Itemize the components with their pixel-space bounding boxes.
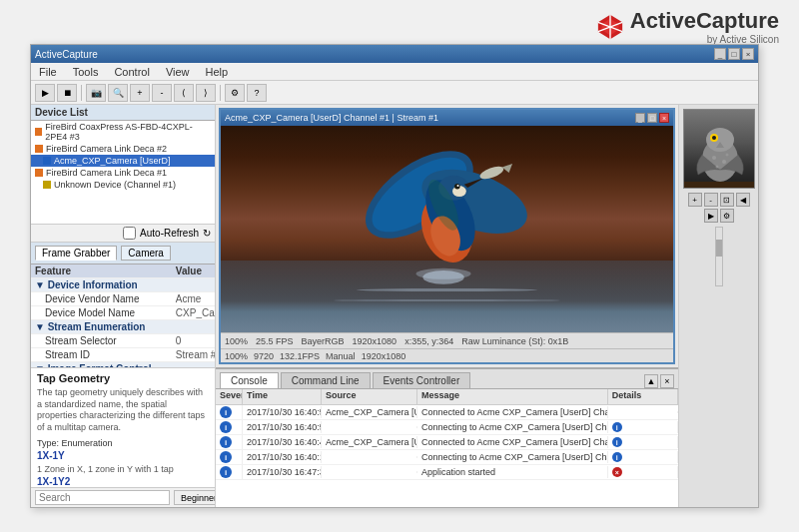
thumb-btn-settings[interactable]: ⚙ (720, 209, 734, 223)
console-src-1 (322, 426, 417, 428)
menu-tools[interactable]: Tools (69, 65, 103, 79)
toolbar-btn-9[interactable]: ⚙ (225, 84, 245, 102)
severity-icon-4: i (220, 466, 232, 478)
menu-help[interactable]: Help (202, 65, 233, 79)
app-name: ActiveCapture (630, 8, 779, 33)
bird-svg (221, 126, 673, 332)
framegrabber-tab[interactable]: Frame Grabber (35, 246, 117, 261)
tap-desc-1X1Y: 1 Zone in X, 1 zone in Y with 1 tap (37, 464, 209, 474)
toolbar-btn-3[interactable]: 📷 (86, 84, 106, 102)
thumbnail-scrollbar[interactable] (715, 227, 723, 286)
toolbar-btn-4[interactable]: 🔍 (108, 84, 128, 102)
console-sev-4: i (216, 465, 243, 479)
console-src-3 (322, 456, 417, 458)
status-res: 1920x1080 (353, 336, 398, 346)
console-tab-cmdline[interactable]: Command Line (281, 372, 371, 388)
det-icon-3: i (612, 452, 622, 462)
device-list-header: Device List (31, 105, 215, 121)
titlebar-buttons: _ □ × (714, 48, 754, 60)
console-col-severity: Severity (216, 389, 243, 404)
menu-control[interactable]: Control (110, 65, 153, 79)
toolbar-btn-6[interactable]: - (152, 84, 172, 102)
mode-dropdown[interactable]: Beginner Expert (174, 490, 216, 505)
console-tabs: Console Command Line Events Controller ▲… (216, 369, 678, 389)
console-tab-console[interactable]: Console (220, 372, 279, 388)
menu-view[interactable]: View (162, 65, 194, 79)
feature-col-header: Feature (31, 265, 172, 278)
console-src-4 (322, 471, 417, 473)
svg-point-24 (706, 128, 734, 152)
group-stream-enum[interactable]: ▼ Stream Enumeration (31, 320, 215, 334)
image-window-titlebar: Acme_CXP_Camera [UserD] Channel #1 | Str… (221, 110, 673, 126)
tap-type-label: Type: Enumeration (37, 438, 209, 448)
refresh-icon[interactable]: ↻ (203, 228, 211, 239)
center-panel: Acme_CXP_Camera [UserD] Channel #1 | Str… (216, 105, 678, 507)
thumb-btn-fit[interactable]: ⊡ (720, 193, 734, 207)
device-icon-orange-1 (35, 145, 43, 153)
toolbar-btn-5[interactable]: + (130, 84, 150, 102)
toolbar-btn-8[interactable]: ⟩ (196, 84, 216, 102)
image-maximize-btn[interactable]: □ (647, 113, 657, 123)
value-col-header: Value (172, 265, 215, 278)
minimize-button[interactable]: _ (714, 48, 726, 60)
svg-point-31 (725, 154, 728, 157)
console-msg-3: Connecting to Acme CXP_Camera [UserD] Ch… (417, 451, 608, 463)
svg-point-29 (722, 160, 726, 164)
toolbar-btn-10[interactable]: ? (247, 84, 267, 102)
menu-bar: File Tools Control View Help (31, 63, 758, 81)
device-item-4[interactable]: Unknown Device (Channel #1) (31, 179, 215, 191)
device-item-2[interactable]: Acme_CXP_Camera [UserD] (31, 155, 215, 167)
image-close-btn[interactable]: × (659, 113, 669, 123)
console-expand-btn[interactable]: ▲ (644, 374, 658, 388)
console-tab-events[interactable]: Events Controller (373, 372, 471, 388)
tap-geometry-panel: Tap Geometry The tap geometry uniquely d… (31, 367, 215, 487)
console-src-2: Acme_CXP_Camera [UserD] Channel #1 (322, 436, 417, 448)
properties-table: Feature Value ▼ Device Information Devic… (31, 265, 215, 367)
device-label-3: FireBird Camera Link Deca #1 (46, 168, 167, 178)
det-icon-1: i (612, 422, 622, 432)
console-det-0 (608, 411, 678, 413)
device-item-3[interactable]: FireBird Camera Link Deca #1 (31, 167, 215, 179)
tap-geometry-title: Tap Geometry (37, 372, 209, 384)
device-item-1[interactable]: FireBird Camera Link Deca #2 (31, 143, 215, 155)
image-statusbar-2: 100% 9720 132.1FPS Manual 1920x1080 (221, 348, 673, 362)
device-item-0[interactable]: FireBird CoaxPress AS-FBD-4CXPL-2PE4 #3 (31, 121, 215, 143)
svg-point-30 (715, 166, 718, 169)
thumb-btn-zoom-out[interactable]: - (704, 193, 718, 207)
device-label-4: Unknown Device (Channel #1) (54, 180, 176, 190)
status-val2: 9720 (254, 351, 274, 361)
console-src-0: Acme_CXP_Camera [UserD] Channel (322, 406, 417, 418)
svg-point-28 (712, 156, 716, 160)
prop-stream-sel: Stream Selector 0 (31, 334, 215, 348)
toolbar-btn-2[interactable]: ⏹ (57, 84, 77, 102)
toolbar-btn-7[interactable]: ⟨ (174, 84, 194, 102)
console-col-source: Source (322, 389, 417, 404)
thumb-btn-prev[interactable]: ◀ (736, 193, 750, 207)
auto-refresh-checkbox[interactable] (123, 227, 136, 240)
status-format: BayerRGB (302, 336, 345, 346)
console-action-btns: ▲ × (644, 374, 674, 388)
thumb-btn-zoom-in[interactable]: + (688, 193, 702, 207)
console-close-btn[interactable]: × (660, 374, 674, 388)
image-minimize-btn[interactable]: _ (635, 113, 645, 123)
image-viewer-window: Acme_CXP_Camera [UserD] Channel #1 | Str… (219, 108, 675, 364)
thumb-btn-next[interactable]: ▶ (704, 209, 718, 223)
svg-point-26 (712, 136, 716, 140)
det-icon-4: × (612, 467, 622, 477)
camera-tab[interactable]: Camera (121, 246, 171, 261)
console-col-time: Time (243, 389, 322, 404)
console-time-4: 2017/10/30 16:47:33 (243, 466, 322, 478)
status-mode: Manual (326, 351, 356, 361)
close-button[interactable]: × (742, 48, 754, 60)
search-input[interactable] (35, 490, 170, 505)
app-window: ActiveCapture _ □ × File Tools Control V… (30, 44, 759, 508)
group-device-info[interactable]: ▼ Device Information (31, 278, 215, 292)
console-sev-1: i (216, 420, 243, 434)
console-det-2: i (608, 436, 678, 449)
menu-file[interactable]: File (35, 65, 61, 79)
toolbar-btn-1[interactable]: ▶ (35, 84, 55, 102)
console-sev-3: i (216, 450, 243, 464)
maximize-button[interactable]: □ (728, 48, 740, 60)
main-content: Device List FireBird CoaxPress AS-FBD-4C… (31, 105, 758, 507)
severity-icon-1: i (220, 421, 232, 433)
